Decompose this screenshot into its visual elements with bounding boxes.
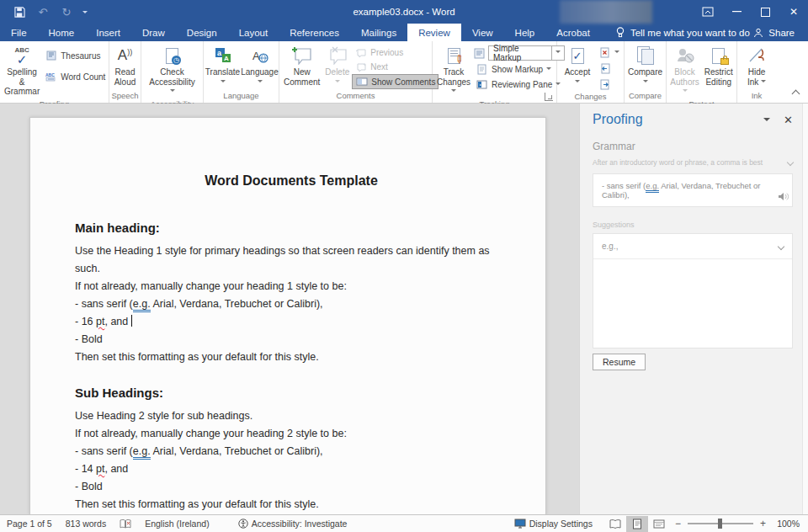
document-paragraph: - 16 pt, and [75, 313, 496, 331]
display-settings-button[interactable]: Display Settings [508, 519, 599, 529]
spelling-grammar-button[interactable]: ABC✓ Spelling & Grammar [2, 43, 42, 98]
undo-icon[interactable]: ↶ [35, 4, 50, 19]
read-mode-button[interactable] [604, 516, 626, 532]
share-button[interactable]: Share [753, 24, 808, 41]
workspace: Word Documents Template Main heading:Use… [0, 104, 808, 514]
accessibility-status[interactable]: Accessibility: Investigate [231, 519, 354, 529]
word-count-button[interactable]: ABC Word Count [42, 70, 108, 83]
read-aloud-button[interactable]: A)) Read Aloud [111, 43, 139, 88]
collapse-ribbon-icon[interactable] [788, 88, 803, 99]
group-label-ink: Ink [739, 90, 774, 103]
language-button[interactable]: A Language [242, 43, 279, 88]
tab-file[interactable]: File [0, 24, 38, 41]
blurred-account-region [560, 0, 652, 24]
markup-view-icon [473, 47, 486, 59]
translate-button[interactable]: aA Translate [205, 43, 242, 88]
ribbon-group-protect: Block Authors Restrict Editing Protect [667, 41, 737, 103]
suggestions-empty-area [593, 259, 792, 348]
document-canvas: Word Documents Template Main heading:Use… [0, 104, 579, 514]
document-paragraph: - 14 pt, and [75, 460, 496, 478]
ribbon-group-speech: A)) Read Aloud Speech [109, 41, 141, 103]
zoom-out-button[interactable]: − [675, 518, 681, 529]
customize-qat-icon[interactable] [82, 11, 88, 16]
tab-mailings[interactable]: Mailings [350, 24, 407, 41]
pane-title: Proofing [593, 112, 643, 127]
reviewing-pane-button[interactable]: Reviewing Pane [473, 77, 565, 91]
svg-text:ABC: ABC [45, 72, 55, 77]
proofing-pane: Proofing ✕ Grammar After an introductory… [579, 104, 808, 514]
print-layout-button[interactable] [626, 516, 648, 532]
next-comment-button: Next [352, 60, 439, 73]
display-for-review-combobox[interactable]: Simple Markup [488, 45, 565, 61]
tab-acrobat[interactable]: Acrobat [545, 24, 601, 41]
accept-icon: ✓ [571, 45, 584, 66]
hide-ink-button[interactable]: Hide Ink [739, 43, 774, 88]
delete-comment-button: Delete [322, 43, 352, 88]
proofing-errors-icon[interactable] [113, 519, 138, 529]
zoom-slider[interactable] [688, 523, 753, 524]
window-controls: ✕ [694, 0, 808, 24]
tab-design[interactable]: Design [176, 24, 228, 41]
reject-button[interactable] [596, 45, 622, 59]
language-indicator[interactable]: English (Ireland) [138, 519, 215, 529]
tab-references[interactable]: References [279, 24, 350, 41]
thesaurus-icon [45, 50, 57, 61]
read-aloud-speaker-icon[interactable] [778, 192, 789, 201]
resume-button[interactable]: Resume [593, 354, 646, 370]
show-markup-button[interactable]: Show Markup [473, 62, 565, 76]
tab-review[interactable]: Review [407, 24, 461, 41]
zoom-percentage[interactable]: 100% [773, 519, 800, 529]
ribbon-group-changes: ✓ Accept Changes [557, 41, 625, 103]
document-paragraph: - sans serif (e.g. Arial, Verdana, Trebu… [75, 295, 496, 313]
quick-access-toolbar: ↶ ↻ [0, 4, 88, 19]
zoom-slider-thumb[interactable] [718, 519, 722, 529]
redo-icon[interactable]: ↻ [59, 4, 74, 19]
accept-button[interactable]: ✓ Accept [559, 43, 596, 88]
previous-change-button[interactable] [596, 61, 622, 75]
tab-layout[interactable]: Layout [228, 24, 279, 41]
svg-text:A: A [252, 50, 260, 62]
zoom-in-button[interactable]: + [760, 518, 766, 529]
suggestion-item[interactable]: e.g., [593, 234, 792, 259]
page-indicator[interactable]: Page 1 of 5 [0, 519, 59, 529]
document-page[interactable]: Word Documents Template Main heading:Use… [29, 117, 546, 514]
restrict-editing-button[interactable]: Restrict Editing [702, 43, 736, 88]
show-comments-label: Show Comments [371, 77, 435, 87]
tab-home[interactable]: Home [38, 24, 86, 41]
minimize-button[interactable] [722, 0, 751, 24]
tab-draw[interactable]: Draw [131, 24, 176, 41]
hide-ink-icon [747, 45, 766, 66]
tell-me-box[interactable]: Tell me what you want to do [601, 24, 750, 41]
compare-button[interactable]: Compare [626, 43, 665, 88]
next-change-button[interactable] [596, 77, 622, 91]
pane-options-icon[interactable] [763, 118, 770, 125]
document-paragraph: - sans serif (e.g. Arial, Verdana, Trebu… [75, 443, 496, 460]
pane-close-icon[interactable]: ✕ [784, 114, 793, 126]
ribbon-display-options-icon[interactable] [694, 0, 722, 24]
tracking-dialog-launcher-icon[interactable] [545, 93, 553, 101]
word-window: ↶ ↻ example03.docx - Word ✕ FileHomeInse… [0, 0, 808, 532]
tab-insert[interactable]: Insert [85, 24, 131, 41]
thesaurus-button[interactable]: Thesaurus [42, 49, 108, 62]
maximize-button[interactable] [751, 0, 779, 24]
save-icon[interactable] [12, 4, 27, 19]
close-button[interactable]: ✕ [779, 0, 808, 24]
check-accessibility-button[interactable]: ◷ Check Accessibility [143, 43, 201, 98]
new-comment-button[interactable]: New Comment [281, 43, 322, 88]
tab-view[interactable]: View [461, 24, 504, 41]
tab-help[interactable]: Help [504, 24, 546, 41]
group-label-comments: Comments [281, 90, 430, 103]
pane-scrollbar[interactable] [802, 104, 808, 514]
web-layout-button[interactable] [648, 516, 670, 532]
show-markup-caret [546, 67, 551, 72]
pane-issue-row[interactable]: After an introductory word or phrase, a … [593, 158, 793, 167]
share-label: Share [768, 28, 795, 38]
document-paragraph: - Bold [75, 478, 496, 496]
word-count-indicator[interactable]: 813 words [59, 519, 113, 529]
view-shortcuts [604, 516, 670, 532]
thesaurus-label: Thesaurus [61, 51, 100, 61]
display-settings-icon [514, 519, 526, 529]
show-comments-button[interactable]: Show Comments [352, 74, 439, 89]
reviewing-pane-label: Reviewing Pane [492, 80, 552, 89]
track-changes-button[interactable]: ✎ Track Changes [434, 43, 473, 98]
